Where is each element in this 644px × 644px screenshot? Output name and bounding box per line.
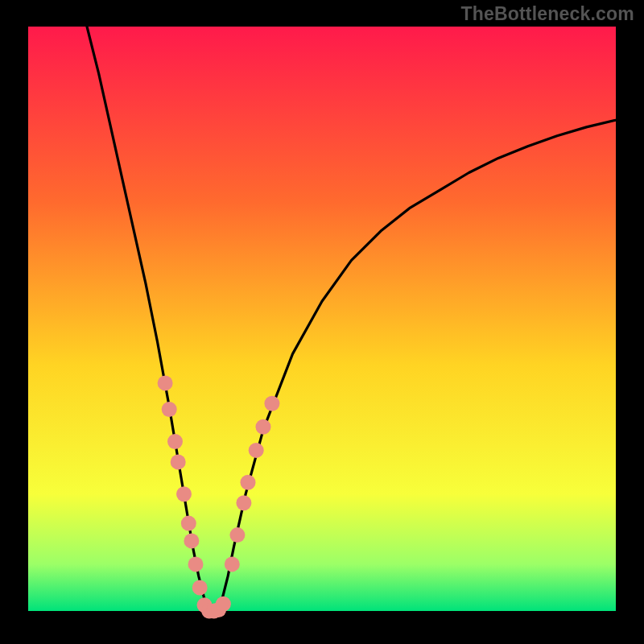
svg-point-1	[158, 375, 173, 390]
svg-point-14	[216, 597, 231, 612]
svg-point-3	[167, 434, 183, 449]
svg-point-16	[229, 527, 245, 543]
svg-point-2	[162, 402, 177, 417]
svg-point-5	[176, 486, 192, 502]
svg-point-8	[188, 556, 204, 572]
svg-point-18	[241, 475, 256, 490]
svg-point-4	[171, 454, 186, 469]
svg-point-9	[192, 580, 208, 596]
svg-point-20	[256, 419, 271, 435]
svg-point-7	[184, 533, 199, 548]
bottleneck-chart	[0, 0, 644, 644]
watermark-text: TheBottleneck.com	[460, 3, 634, 25]
svg-point-15	[225, 556, 240, 572]
svg-point-21	[264, 396, 279, 411]
svg-rect-0	[28, 27, 616, 611]
svg-point-17	[236, 495, 251, 510]
svg-point-19	[249, 443, 264, 458]
chart-frame: TheBottleneck.com	[0, 0, 644, 644]
svg-point-6	[181, 516, 196, 531]
